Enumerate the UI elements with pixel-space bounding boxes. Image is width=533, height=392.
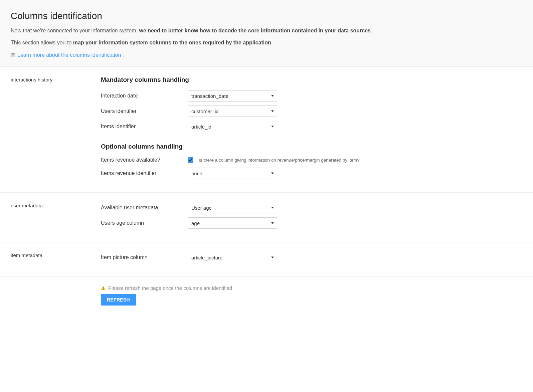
header-panel: Columns identification Now that we're co… [0, 0, 533, 67]
svg-rect-5 [103, 289, 103, 289]
select-users-age-column[interactable] [188, 217, 277, 229]
field-label: Items identifier [101, 124, 188, 130]
doc-link[interactable]: Learn more about the columns identificat… [11, 52, 125, 58]
select-items-identifier[interactable] [188, 121, 277, 132]
section-user-metadata: user metadata Available user metadata Us… [0, 193, 533, 242]
intro-prefix: Now that we're connected to your informa… [11, 28, 139, 33]
footer-panel: Please refresh the page once the columns… [0, 277, 533, 316]
intro-bold: we need to better know how to decode the… [139, 28, 371, 33]
field-available-user-metadata: Available user metadata [101, 202, 522, 213]
mandatory-heading: Mandatory columns handling [101, 76, 522, 83]
section-item-metadata: item metadata Item picture column [0, 242, 533, 277]
interactions-content: Mandatory columns handling Interaction d… [101, 76, 522, 183]
select-users-identifier[interactable] [188, 106, 277, 117]
field-label: Items revenue identifier [101, 170, 188, 176]
field-label: Available user metadata [101, 205, 188, 211]
field-label: Items revenue available? [101, 157, 188, 163]
map-prefix: This section allows you to [11, 40, 73, 45]
field-label: Item picture column [101, 254, 188, 260]
warning-icon [101, 286, 106, 290]
select-available-user-metadata[interactable] [188, 202, 277, 213]
map-suffix: . [271, 40, 273, 45]
section-interactions: interactions history Mandatory columns h… [0, 67, 533, 193]
select-value[interactable] [188, 90, 277, 102]
field-items-identifier: Items identifier [101, 121, 522, 132]
select-value[interactable] [188, 217, 277, 229]
revenue-available-checkbox[interactable] [188, 157, 193, 163]
select-value[interactable] [188, 168, 277, 179]
select-value[interactable] [188, 106, 277, 117]
book-icon [11, 53, 15, 57]
item-metadata-content: Item picture column [101, 252, 522, 267]
doc-link-text: Learn more about the columns identificat… [17, 52, 121, 58]
map-bold: map your information system columns to t… [73, 40, 271, 45]
field-label: Users age column [101, 220, 188, 226]
svg-rect-4 [103, 287, 103, 288]
select-item-picture-column[interactable] [188, 252, 277, 263]
select-value[interactable] [188, 202, 277, 213]
field-item-picture-column: Item picture column [101, 252, 522, 263]
refresh-warning: Please refresh the page once the columns… [101, 285, 522, 291]
field-label: Interaction date [101, 93, 188, 99]
field-revenue-available: Items revenue available? Is there a colu… [101, 157, 522, 163]
field-users-identifier: Users identifier [101, 106, 522, 117]
section-label-user-metadata: user metadata [11, 202, 101, 233]
select-value[interactable] [188, 121, 277, 132]
field-users-age-column: Users age column [101, 217, 522, 229]
optional-heading: Optional columns handling [101, 143, 522, 150]
field-label: Users identifier [101, 108, 188, 114]
select-interaction-date[interactable] [188, 90, 277, 102]
section-label-interactions: interactions history [11, 76, 101, 183]
refresh-button[interactable]: REFRESH [101, 294, 136, 306]
section-label-item-metadata: item metadata [11, 252, 101, 267]
field-revenue-identifier: Items revenue identifier [101, 168, 522, 179]
intro-paragraph: Now that we're connected to your informa… [11, 27, 522, 35]
select-revenue-identifier[interactable] [188, 168, 277, 179]
warning-text: Please refresh the page once the columns… [108, 285, 232, 291]
user-metadata-content: Available user metadata Users age column [101, 202, 522, 233]
intro-suffix: . [371, 28, 372, 33]
select-value[interactable] [188, 252, 277, 263]
field-interaction-date: Interaction date [101, 90, 522, 102]
page-title: Columns identification [11, 11, 522, 21]
map-paragraph: This section allows you to map your info… [11, 39, 522, 47]
revenue-hint: Is there a column giving information on … [199, 158, 360, 163]
